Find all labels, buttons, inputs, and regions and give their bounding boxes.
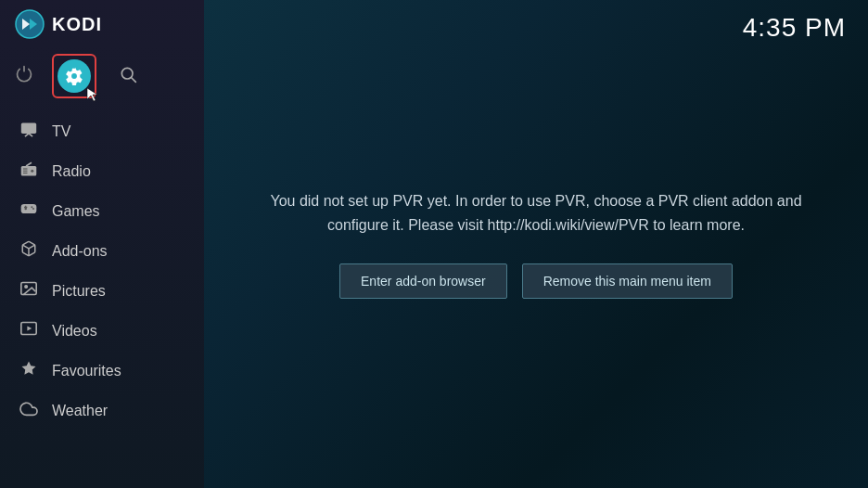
pvr-message-box: You did not set up PVR yet. In order to … (221, 189, 851, 298)
time-display: 4:35 PM (743, 13, 846, 43)
sidebar-item-videos-label: Videos (52, 323, 97, 340)
sidebar-header: KODI (0, 0, 204, 48)
addons-icon (19, 240, 39, 262)
sidebar-item-games[interactable]: Games (0, 191, 204, 231)
videos-icon (19, 320, 39, 341)
sidebar-item-favourites-label: Favourites (52, 363, 121, 379)
search-icon[interactable] (119, 65, 137, 88)
sidebar-item-favourites[interactable]: Favourites (0, 351, 204, 391)
pvr-buttons: Enter add-on browser Remove this main me… (239, 263, 833, 299)
svg-point-8 (31, 170, 33, 173)
sidebar-item-addons-label: Add-ons (52, 243, 108, 260)
pictures-icon (19, 280, 39, 302)
gear-icon (65, 67, 83, 85)
svg-rect-6 (21, 122, 36, 133)
enter-addon-browser-button[interactable]: Enter add-on browser (339, 263, 507, 299)
svg-point-17 (32, 208, 34, 210)
svg-point-20 (25, 286, 27, 288)
sidebar-item-videos[interactable]: Videos (0, 311, 204, 351)
games-icon (19, 200, 39, 222)
top-icons-bar (0, 48, 204, 108)
sidebar-item-pictures-label: Pictures (52, 283, 106, 300)
svg-line-5 (132, 77, 136, 82)
sidebar-item-games-label: Games (52, 203, 100, 220)
cursor-icon (85, 87, 100, 102)
sidebar-item-tv[interactable]: TV (0, 111, 204, 151)
sidebar-item-weather[interactable]: Weather (0, 391, 204, 430)
sidebar-item-radio[interactable]: Radio (0, 151, 204, 191)
sidebar-nav: TV Radio Games Add-ons Pictures (0, 108, 204, 488)
sidebar: KODI (0, 0, 204, 488)
app-title: KODI (52, 14, 102, 35)
remove-menu-item-button[interactable]: Remove this main menu item (522, 263, 733, 299)
svg-marker-22 (22, 362, 36, 375)
settings-circle (57, 59, 91, 93)
sidebar-item-pictures[interactable]: Pictures (0, 271, 204, 311)
favourites-icon (19, 360, 39, 381)
sidebar-item-addons[interactable]: Add-ons (0, 231, 204, 271)
radio-icon (19, 161, 39, 182)
kodi-logo-icon (15, 9, 45, 39)
tv-icon (19, 121, 39, 142)
svg-rect-19 (21, 282, 36, 294)
svg-marker-3 (87, 88, 97, 101)
svg-point-16 (31, 206, 32, 208)
pvr-message-text: You did not set up PVR yet. In order to … (239, 189, 833, 237)
weather-icon (19, 400, 39, 421)
main-content: 4:35 PM You did not set up PVR yet. In o… (204, 0, 868, 488)
settings-button[interactable] (52, 54, 96, 98)
sidebar-item-tv-label: TV (52, 123, 70, 140)
sidebar-item-weather-label: Weather (52, 403, 108, 419)
sidebar-item-radio-label: Radio (52, 163, 91, 180)
power-icon[interactable] (15, 65, 33, 88)
